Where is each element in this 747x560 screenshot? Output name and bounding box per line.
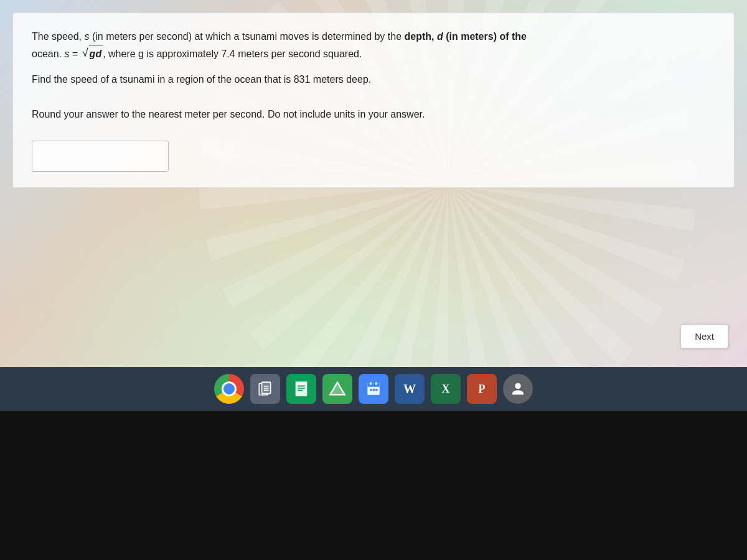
sqrt-content: gd — [89, 45, 103, 62]
taskbar-icon-powerpoint[interactable]: P — [467, 374, 497, 404]
question-line2-ocean: ocean. — [32, 48, 64, 58]
account-icon — [509, 380, 527, 398]
drive-icon — [329, 380, 346, 398]
question-bold-2: (in meters) of the — [443, 31, 527, 42]
variable-s: s — [85, 31, 90, 42]
next-button[interactable]: Next — [680, 324, 728, 348]
ppt-icon-label: P — [479, 383, 486, 396]
taskbar-icon-drive[interactable] — [322, 374, 352, 404]
answer-text-input[interactable] — [32, 141, 168, 171]
question-text-mid1: (in meters per second) at which a tsunam… — [90, 31, 405, 42]
next-button-area: Next — [680, 324, 728, 348]
question-round-answer: Round your answer to the nearest meter p… — [32, 109, 425, 119]
question-eq: = — [69, 48, 80, 58]
question-line2-post: , where g is approximately 7.4 meters pe… — [103, 48, 362, 58]
question-paragraph-1: The speed, s (in meters per second) at w… — [32, 29, 715, 62]
question-bold-depth: depth, — [405, 31, 437, 42]
excel-icon-label: X — [442, 383, 450, 396]
taskbar: W X P — [0, 367, 747, 411]
svg-rect-16 — [373, 389, 375, 391]
svg-rect-15 — [370, 389, 372, 391]
sqrt-formula: √gd — [82, 45, 103, 62]
word-icon-label: W — [403, 382, 416, 396]
taskbar-icon-chrome[interactable] — [214, 374, 244, 404]
variable-d: d — [437, 31, 443, 42]
docs-icon — [293, 380, 310, 398]
taskbar-icon-docs[interactable] — [286, 374, 316, 404]
question-card: The speed, s (in meters per second) at w… — [12, 12, 735, 188]
svg-rect-12 — [367, 383, 380, 386]
taskbar-icon-calendar[interactable] — [359, 374, 388, 404]
bottom-dark-area — [0, 411, 747, 560]
question-text-pre-s: The speed, — [32, 31, 85, 42]
svg-rect-17 — [375, 389, 377, 391]
answer-input-box[interactable] — [32, 141, 169, 172]
taskbar-icon-account[interactable] — [503, 374, 533, 404]
calendar-icon — [365, 381, 382, 397]
question-paragraph-3: Round your answer to the nearest meter p… — [32, 106, 715, 123]
question-paragraph-2: Find the speed of a tsunami in a region … — [32, 72, 715, 88]
taskbar-icon-word[interactable]: W — [395, 374, 425, 404]
files-icon — [257, 381, 273, 397]
question-find-speed: Find the speed of a tsunami in a region … — [32, 74, 371, 85]
svg-marker-10 — [330, 383, 344, 395]
svg-point-18 — [515, 383, 520, 389]
sqrt-symbol: √ — [82, 47, 88, 58]
taskbar-icon-files[interactable] — [250, 374, 280, 404]
taskbar-icon-excel[interactable]: X — [431, 374, 461, 404]
svg-rect-5 — [296, 381, 308, 396]
main-content-area: The speed, s (in meters per second) at w… — [0, 0, 747, 367]
